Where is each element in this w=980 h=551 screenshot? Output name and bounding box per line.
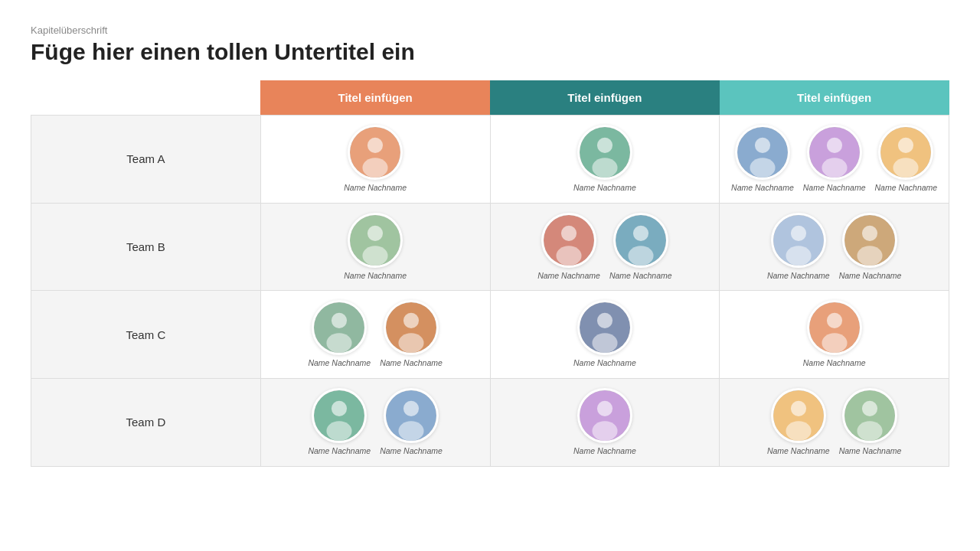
table-row: Team C Name Nachname Name Nachname Name … xyxy=(31,291,949,379)
person-name: Name Nachname xyxy=(803,183,866,194)
svg-point-5 xyxy=(592,158,617,178)
person-card: Name Nachname xyxy=(308,388,371,457)
svg-point-28 xyxy=(862,225,877,240)
avatar xyxy=(384,300,439,355)
avatar xyxy=(312,388,367,443)
cell-r1-c0: Name Nachname xyxy=(260,203,490,291)
svg-point-37 xyxy=(597,313,612,328)
avatar xyxy=(735,125,790,180)
person-name: Name Nachname xyxy=(767,446,830,457)
person-name: Name Nachname xyxy=(609,271,672,282)
svg-point-41 xyxy=(822,334,847,354)
team-label-3: Team D xyxy=(31,378,261,466)
person-name: Name Nachname xyxy=(308,358,371,369)
avatar xyxy=(384,388,439,443)
person-card: Name Nachname xyxy=(803,300,866,369)
cell-r3-c0: Name Nachname Name Nachname xyxy=(260,378,490,466)
svg-point-44 xyxy=(327,421,352,441)
svg-point-20 xyxy=(557,246,582,266)
col2-header: Titel einfügen xyxy=(490,80,720,116)
cell-r0-c2: Name Nachname Name Nachname Name Nachnam… xyxy=(720,116,949,204)
svg-point-55 xyxy=(862,401,877,416)
avatar xyxy=(807,125,862,180)
cell-r2-c0: Name Nachname Name Nachname xyxy=(260,291,490,379)
svg-point-52 xyxy=(791,401,806,416)
avatar xyxy=(878,125,933,180)
svg-point-22 xyxy=(633,225,648,240)
person-name: Name Nachname xyxy=(573,183,636,194)
svg-point-8 xyxy=(750,158,775,178)
avatar xyxy=(577,125,632,180)
svg-point-34 xyxy=(403,313,419,328)
avatar xyxy=(771,388,826,443)
person-name: Name Nachname xyxy=(380,358,443,369)
avatar xyxy=(771,213,826,268)
main-title: Füge hier einen tollen Untertitel ein xyxy=(31,39,949,65)
cell-r1-c2: Name Nachname Name Nachname xyxy=(720,203,949,291)
svg-point-7 xyxy=(755,138,770,153)
person-card: Name Nachname xyxy=(344,125,407,194)
team-table: Titel einfügen Titel einfügen Titel einf… xyxy=(31,80,949,467)
avatar xyxy=(807,300,862,355)
person-name: Name Nachname xyxy=(344,271,407,282)
cell-r0-c0: Name Nachname xyxy=(260,116,490,204)
person-card: Name Nachname xyxy=(767,213,830,282)
cell-r3-c1: Name Nachname xyxy=(490,378,720,466)
chapter-label: Kapitelüberschrift xyxy=(31,24,949,36)
person-name: Name Nachname xyxy=(537,271,600,282)
cell-r0-c1: Name Nachname xyxy=(490,116,720,204)
empty-header xyxy=(31,80,261,116)
person-name: Name Nachname xyxy=(874,183,937,194)
table-row: Team D Name Nachname Name Nachname Name … xyxy=(31,378,949,466)
svg-point-17 xyxy=(363,246,388,266)
svg-point-29 xyxy=(858,246,883,266)
svg-point-47 xyxy=(398,421,423,441)
svg-point-40 xyxy=(827,313,842,328)
person-name: Name Nachname xyxy=(767,271,830,282)
table-row: Team A Name Nachname Name Nachname Name … xyxy=(31,116,949,204)
person-card: Name Nachname xyxy=(344,213,407,282)
col3-header: Titel einfügen xyxy=(720,80,949,116)
svg-point-14 xyxy=(893,158,919,178)
svg-point-10 xyxy=(827,138,842,153)
team-label-1: Team B xyxy=(31,203,261,291)
avatar xyxy=(312,300,367,355)
svg-point-53 xyxy=(786,421,811,441)
table-row: Team B Name Nachname Name Nachname Name … xyxy=(31,203,949,291)
avatar xyxy=(613,213,668,268)
person-card: Name Nachname xyxy=(308,300,371,369)
cell-r1-c1: Name Nachname Name Nachname xyxy=(490,203,720,291)
team-label-2: Team C xyxy=(31,291,261,379)
avatar xyxy=(348,125,403,180)
person-card: Name Nachname xyxy=(380,388,443,457)
person-name: Name Nachname xyxy=(839,446,902,457)
person-name: Name Nachname xyxy=(803,358,866,369)
person-name: Name Nachname xyxy=(839,271,902,282)
person-card: Name Nachname xyxy=(573,300,636,369)
svg-point-46 xyxy=(403,401,419,416)
person-name: Name Nachname xyxy=(308,446,371,457)
person-name: Name Nachname xyxy=(344,183,407,194)
person-card: Name Nachname xyxy=(839,388,902,457)
svg-point-38 xyxy=(592,334,617,354)
person-card: Name Nachname xyxy=(380,300,443,369)
avatar xyxy=(577,300,632,355)
person-name: Name Nachname xyxy=(731,183,794,194)
person-card: Name Nachname xyxy=(609,213,672,282)
svg-point-31 xyxy=(332,313,347,328)
cell-r2-c2: Name Nachname xyxy=(720,291,949,379)
team-label-0: Team A xyxy=(31,116,261,204)
cell-r2-c1: Name Nachname xyxy=(490,291,720,379)
svg-point-50 xyxy=(592,421,617,441)
svg-point-43 xyxy=(332,401,347,416)
svg-point-1 xyxy=(368,138,383,153)
person-name: Name Nachname xyxy=(573,358,636,369)
svg-point-23 xyxy=(628,246,653,266)
svg-point-32 xyxy=(327,334,352,354)
person-card: Name Nachname xyxy=(839,213,902,282)
svg-point-13 xyxy=(898,138,913,153)
svg-point-11 xyxy=(822,158,847,178)
person-card: Name Nachname xyxy=(874,125,937,194)
avatar xyxy=(541,213,596,268)
svg-point-4 xyxy=(597,138,612,153)
